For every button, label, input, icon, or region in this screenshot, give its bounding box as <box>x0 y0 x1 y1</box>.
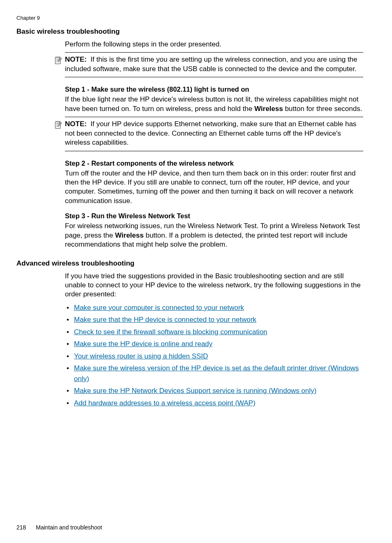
link-hardware-addresses[interactable]: Add hardware addresses to a wireless acc… <box>74 399 256 407</box>
chapter-label: Chapter 9 <box>16 15 367 21</box>
section-advanced-title: Advanced wireless troubleshooting <box>16 259 367 268</box>
note-1-body: If this is the first time you are settin… <box>65 55 357 72</box>
list-item: Make sure the HP device is online and re… <box>65 339 363 349</box>
note-2-body: If your HP device supports Ethernet netw… <box>65 120 356 146</box>
list-item: Make sure your computer is connected to … <box>65 303 363 313</box>
advanced-link-list: Make sure your computer is connected to … <box>65 303 363 409</box>
note-2-text: NOTE: If your HP device supports Etherne… <box>65 120 363 147</box>
section-basic-title: Basic wireless troubleshooting <box>16 28 367 36</box>
note-box-1: NOTE: If this is the first time you are … <box>65 52 363 77</box>
step1-heading: Step 1 - Make sure the wireless (802.11)… <box>65 85 363 93</box>
footer-title: Maintain and troubleshoot <box>36 524 102 531</box>
wireless-bold-1: Wireless <box>254 105 283 113</box>
step2-heading: Step 2 - Restart components of the wirel… <box>65 159 363 167</box>
link-support-service[interactable]: Make sure the HP Network Devices Support… <box>74 387 316 395</box>
link-online-ready[interactable]: Make sure the HP device is online and re… <box>74 340 212 348</box>
list-item: Add hardware addresses to a wireless acc… <box>65 398 363 409</box>
note-box-2: NOTE: If your HP device supports Etherne… <box>65 117 363 151</box>
list-item: Your wireless router is using a hidden S… <box>65 351 363 362</box>
link-computer-connected[interactable]: Make sure your computer is connected to … <box>74 304 244 312</box>
page-number: 218 <box>16 524 26 531</box>
step3-paragraph: For wireless networking issues, run the … <box>65 222 363 249</box>
list-item: Make sure that the HP device is connecte… <box>65 314 363 325</box>
basic-intro: Perform the following steps in the order… <box>65 40 363 49</box>
note-1-text: NOTE: If this is the first time you are … <box>65 55 363 74</box>
advanced-intro: If you have tried the suggestions provid… <box>65 272 363 299</box>
list-item: Check to see if the firewall software is… <box>65 327 363 337</box>
list-item: Make sure the wireless version of the HP… <box>65 363 363 384</box>
note-icon <box>54 120 62 129</box>
wireless-bold-2: Wireless <box>115 231 144 239</box>
step2-paragraph: Turn off the router and the HP device, a… <box>65 169 363 206</box>
note-label: NOTE: <box>65 120 87 128</box>
note-icon <box>54 56 62 65</box>
link-hidden-ssid[interactable]: Your wireless router is using a hidden S… <box>74 352 208 360</box>
note-label: NOTE: <box>65 55 87 63</box>
page-footer: 218 Maintain and troubleshoot <box>16 524 102 531</box>
step3-heading: Step 3 - Run the Wireless Network Test <box>65 212 363 220</box>
list-item: Make sure the HP Network Devices Support… <box>65 386 363 396</box>
step1-paragraph: If the blue light near the HP device's w… <box>65 95 363 113</box>
link-default-driver[interactable]: Make sure the wireless version of the HP… <box>74 364 359 383</box>
link-hp-connected[interactable]: Make sure that the HP device is connecte… <box>74 316 256 323</box>
link-firewall[interactable]: Check to see if the firewall software is… <box>74 328 267 336</box>
